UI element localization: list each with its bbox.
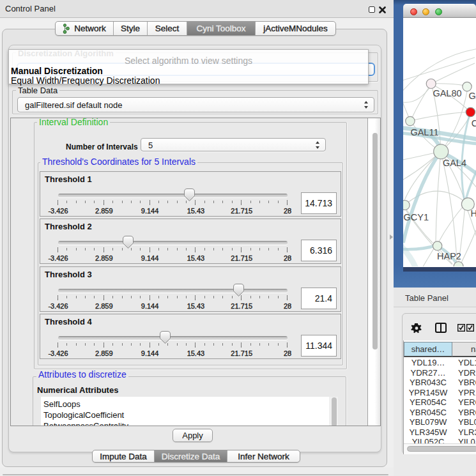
svg-text:GAL11: GAL11 <box>410 127 438 137</box>
svg-text:GA: GA <box>469 91 476 101</box>
svg-text:GCY1: GCY1 <box>404 212 429 222</box>
svg-text:GAL4: GAL4 <box>443 158 466 168</box>
svg-text:C: C <box>472 118 476 128</box>
svg-text:H: H <box>470 208 476 219</box>
svg-text:GAL80: GAL80 <box>433 88 461 98</box>
svg-text:HAP2: HAP2 <box>437 251 461 261</box>
